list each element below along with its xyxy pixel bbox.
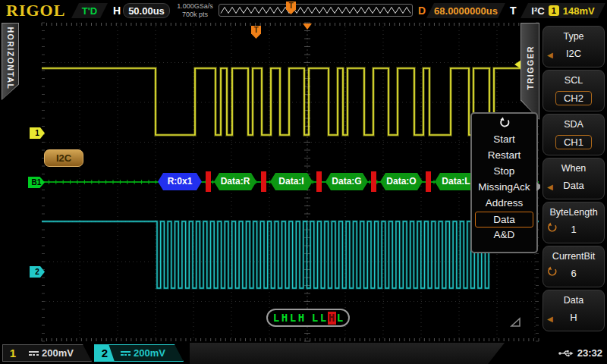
- menu-item-currentbit[interactable]: CurrentBit6: [543, 246, 605, 287]
- menu-item-value: CH1: [555, 135, 592, 149]
- menu-item-label: SDA: [543, 119, 604, 130]
- pattern-bit: L: [289, 312, 297, 325]
- corner-flag-icon: [510, 317, 522, 328]
- decode-ack-separator: [371, 171, 376, 192]
- menu-item-label: ByteLength: [543, 207, 604, 218]
- menu-item-label: CurrentBit: [543, 251, 604, 262]
- menu-item-value: 1: [563, 223, 583, 236]
- trigger-data-pattern-box: LHLHLLHL: [266, 309, 350, 327]
- trigger-menu: TypeI2C◀SCLCH2SDACH1WhenData◀ByteLength1…: [540, 21, 607, 343]
- menu-item-label: Data: [543, 295, 604, 306]
- channel1-badge: 1: [3, 347, 23, 359]
- pattern-bit: L: [311, 312, 319, 325]
- popup-item-start[interactable]: Start: [475, 132, 533, 148]
- popup-item-restart[interactable]: Restart: [475, 148, 533, 164]
- knob-icon: [498, 117, 511, 129]
- knob-icon: [546, 222, 558, 234]
- menu-item-label: SCL: [543, 75, 604, 86]
- usb-icon: [558, 349, 574, 358]
- pattern-current-bit: H: [328, 312, 336, 325]
- i2c-bus-label: I2C: [44, 149, 83, 167]
- channel1-tab[interactable]: 1 200mV: [2, 344, 92, 362]
- knob-icon: [546, 266, 558, 278]
- footer-wedge: [190, 343, 505, 364]
- menu-item-type[interactable]: TypeI2C◀: [543, 26, 605, 67]
- channel1-scale: 200mV: [42, 347, 74, 359]
- decode-block: Data:R: [214, 173, 256, 190]
- decode-ack-separator: [206, 171, 211, 192]
- channel2-scale: 200mV: [134, 347, 165, 359]
- pattern-bit: H: [281, 312, 289, 325]
- menu-item-data[interactable]: DataH◀: [543, 290, 605, 331]
- trigger-level-marker-icon[interactable]: [514, 60, 521, 69]
- bottom-status-bar: 1 200mV 2 200mV 23:32: [0, 343, 607, 364]
- menu-item-label: When: [543, 163, 604, 174]
- menu-item-value: 6: [563, 267, 583, 280]
- pattern-bit: H: [297, 312, 306, 325]
- decode-block: Data:I: [270, 173, 313, 190]
- popup-item-data[interactable]: Data: [475, 212, 533, 228]
- dc-coupling-icon: [121, 350, 131, 357]
- horizontal-tab-label: HORIZONTAL: [6, 27, 15, 89]
- menu-item-scl[interactable]: SCLCH2: [543, 70, 605, 111]
- popup-item-a-d[interactable]: A&D: [475, 228, 533, 243]
- decode-block: Data:G: [326, 173, 368, 190]
- menu-item-value: CH2: [555, 91, 592, 105]
- menu-item-value: H: [562, 311, 584, 324]
- decode-block: R:0x1: [158, 173, 202, 190]
- pattern-bit: L: [319, 312, 328, 325]
- pattern-bit: L: [336, 312, 344, 325]
- menu-item-value: I2C: [558, 47, 589, 60]
- submenu-arrow-icon: ◀: [547, 183, 553, 191]
- menu-item-value: Data: [555, 179, 591, 192]
- oscilloscope-screen: RIGOL T'D H 50.00us 1.000GSa/s 700k pts …: [0, 0, 607, 364]
- clock-time: 23:32: [577, 347, 602, 359]
- decode-ack-separator: [261, 171, 266, 192]
- popup-item-missingack[interactable]: MissingAck: [475, 180, 533, 196]
- menu-item-when[interactable]: WhenData◀: [543, 158, 605, 199]
- menu-item-label: Type: [543, 31, 604, 42]
- pattern-bit: L: [272, 312, 281, 325]
- menu-item-bytelength[interactable]: ByteLength1: [543, 202, 605, 243]
- decode-ack-separator: [316, 171, 322, 192]
- decode-ack-separator: [426, 171, 431, 192]
- popup-item-address[interactable]: Address: [475, 196, 533, 212]
- trigger-tab-label: TRIGGER: [526, 46, 535, 89]
- horizontal-center-marker-icon: [303, 24, 312, 30]
- menu-item-sda[interactable]: SDACH1: [543, 114, 605, 155]
- channel2-badge: 2: [95, 344, 115, 362]
- popup-item-stop[interactable]: Stop: [475, 164, 533, 180]
- submenu-arrow-icon: ◀: [547, 51, 553, 59]
- decode-block: Data:O: [380, 173, 423, 190]
- clock: 23:32: [558, 347, 602, 359]
- submenu-arrow-icon: ◀: [547, 315, 553, 323]
- trigger-when-popup: StartRestartStopMissingAckAddressDataA&D: [470, 112, 538, 253]
- channel2-tab[interactable]: 2 200mV: [94, 344, 184, 362]
- dc-coupling-icon: [29, 350, 39, 357]
